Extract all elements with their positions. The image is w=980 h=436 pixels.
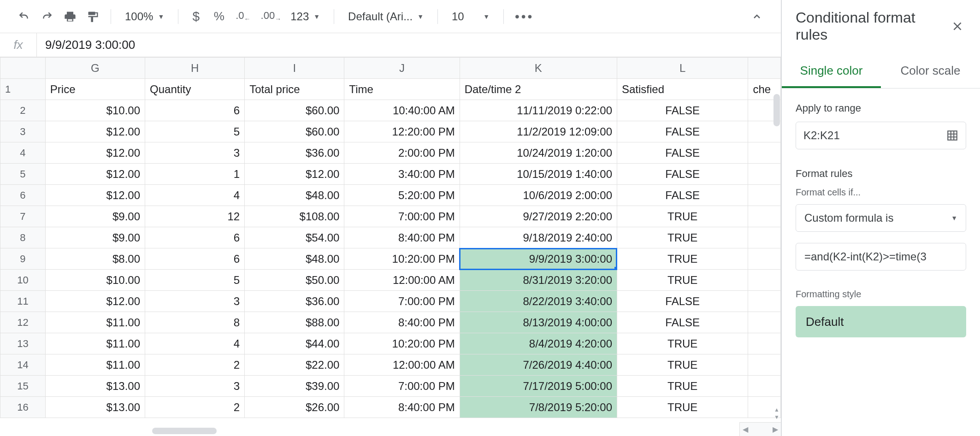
cell[interactable]: 8:40:00 PM — [344, 227, 460, 248]
vertical-scrollbar[interactable] — [773, 94, 780, 126]
cell[interactable]: $11.00 — [45, 333, 145, 354]
cell[interactable]: 1 — [145, 164, 245, 185]
undo-button[interactable] — [14, 6, 34, 27]
cell[interactable]: 12 — [145, 206, 245, 227]
range-input[interactable] — [803, 129, 946, 142]
cell[interactable]: Quantity — [145, 79, 245, 100]
cell[interactable]: TRUE — [617, 354, 748, 376]
cell[interactable]: 10/6/2019 2:00:00 — [460, 185, 617, 206]
cell[interactable]: FALSE — [617, 185, 748, 206]
cell[interactable]: FALSE — [617, 100, 748, 121]
cell[interactable]: TRUE — [617, 376, 748, 397]
tab-single-color[interactable]: Single color — [782, 56, 881, 88]
cell[interactable]: Satisfied — [617, 79, 748, 100]
cell[interactable]: 6 — [145, 100, 245, 121]
cell[interactable]: $10.00 — [45, 100, 145, 121]
cell[interactable]: FALSE — [617, 291, 748, 312]
cell[interactable]: FALSE — [617, 312, 748, 333]
row-header[interactable]: 8 — [0, 227, 46, 248]
cell[interactable]: $50.00 — [245, 270, 344, 291]
cell[interactable]: 3 — [145, 142, 245, 164]
cell[interactable]: $54.00 — [245, 227, 344, 248]
row-header[interactable]: 3 — [0, 121, 46, 142]
cell[interactable]: $12.00 — [45, 142, 145, 164]
cell[interactable]: Price — [45, 79, 145, 100]
cell[interactable]: $12.00 — [45, 291, 145, 312]
scroll-up-icon[interactable]: ▲ — [773, 407, 780, 413]
scroll-left-icon[interactable]: ◀ — [743, 425, 748, 434]
row-header[interactable]: 16 — [0, 397, 46, 418]
cell[interactable]: $44.00 — [245, 333, 344, 354]
cell[interactable]: $12.00 — [245, 164, 344, 185]
cell[interactable]: 9/18/2019 2:40:00 — [460, 227, 617, 248]
cell[interactable]: Total price — [245, 79, 344, 100]
cell[interactable]: TRUE — [617, 397, 748, 418]
cell[interactable]: 8/31/2019 3:20:00 — [460, 270, 617, 291]
row-header[interactable]: 11 — [0, 291, 46, 312]
cell[interactable]: 8/13/2019 4:00:00 — [460, 312, 617, 333]
cell[interactable]: TRUE — [617, 333, 748, 354]
cell[interactable]: FALSE — [617, 121, 748, 142]
cell[interactable]: 3:40:00 PM — [344, 164, 460, 185]
col-header-K[interactable]: K — [460, 58, 617, 79]
increase-decimal-button[interactable]: .00→ — [257, 6, 285, 27]
format-percent-button[interactable]: % — [209, 6, 229, 27]
cell[interactable]: $60.00 — [245, 121, 344, 142]
cell[interactable]: $9.00 — [45, 227, 145, 248]
cell[interactable]: $13.00 — [45, 376, 145, 397]
scroll-right-icon[interactable]: ▶ — [773, 425, 778, 434]
cell[interactable]: $9.00 — [45, 206, 145, 227]
cell[interactable]: $12.00 — [45, 121, 145, 142]
cell[interactable]: 7:00:00 PM — [344, 291, 460, 312]
cell[interactable]: $8.00 — [45, 248, 145, 270]
cell[interactable]: $48.00 — [245, 185, 344, 206]
cell[interactable]: 6 — [145, 227, 245, 248]
row-header[interactable]: 6 — [0, 185, 46, 206]
more-formats-select[interactable]: 123 ▼ — [288, 6, 326, 27]
cell[interactable]: $12.00 — [45, 185, 145, 206]
cell[interactable]: 10:20:00 PM — [344, 333, 460, 354]
row-header[interactable]: 4 — [0, 142, 46, 164]
paint-format-button[interactable] — [83, 6, 103, 27]
close-button[interactable] — [949, 18, 966, 35]
cell[interactable]: $11.00 — [45, 354, 145, 376]
print-button[interactable] — [60, 6, 80, 27]
cell[interactable]: 5 — [145, 270, 245, 291]
cell[interactable]: TRUE — [617, 206, 748, 227]
cell[interactable]: TRUE — [617, 270, 748, 291]
cell[interactable]: 4 — [145, 333, 245, 354]
cell[interactable]: 7:00:00 PM — [344, 206, 460, 227]
col-header-H[interactable]: H — [145, 58, 245, 79]
cell[interactable]: $12.00 — [45, 164, 145, 185]
cell[interactable]: TRUE — [617, 227, 748, 248]
row-header[interactable]: 12 — [0, 312, 46, 333]
formula-input-field[interactable]: =and(K2-int(K2)>=time(3 — [796, 243, 966, 271]
cell[interactable]: TRUE — [617, 248, 748, 270]
cell[interactable]: 7/8/2019 5:20:00 — [460, 397, 617, 418]
row-header[interactable]: 2 — [0, 100, 46, 121]
redo-button[interactable] — [37, 6, 57, 27]
cell[interactable]: 11/2/2019 12:09:00 — [460, 121, 617, 142]
cell[interactable]: 8/4/2019 4:20:00 — [460, 333, 617, 354]
more-toolbar-button[interactable]: ••• — [511, 6, 537, 27]
cell[interactable]: 8:40:00 PM — [344, 312, 460, 333]
cell[interactable]: $36.00 — [245, 142, 344, 164]
cell[interactable]: 9/27/2019 2:20:00 — [460, 206, 617, 227]
cell[interactable]: $10.00 — [45, 270, 145, 291]
cell[interactable]: 5 — [145, 121, 245, 142]
cell[interactable]: 10:40:00 AM — [344, 100, 460, 121]
cell[interactable]: 2 — [145, 397, 245, 418]
cell[interactable]: FALSE — [617, 164, 748, 185]
col-header-I[interactable]: I — [245, 58, 344, 79]
font-select[interactable]: Default (Ari... ▼ — [342, 6, 430, 27]
cell[interactable]: 12:20:00 PM — [344, 121, 460, 142]
cell[interactable]: 4 — [145, 185, 245, 206]
cell[interactable]: $13.00 — [45, 397, 145, 418]
style-preview[interactable]: Default — [796, 306, 966, 337]
cell[interactable]: $48.00 — [245, 248, 344, 270]
cell[interactable]: FALSE — [617, 142, 748, 164]
cell[interactable]: $108.00 — [245, 206, 344, 227]
cell[interactable]: $39.00 — [245, 376, 344, 397]
cell[interactable]: 7/26/2019 4:40:00 — [460, 354, 617, 376]
cell[interactable]: 10/15/2019 1:40:00 — [460, 164, 617, 185]
